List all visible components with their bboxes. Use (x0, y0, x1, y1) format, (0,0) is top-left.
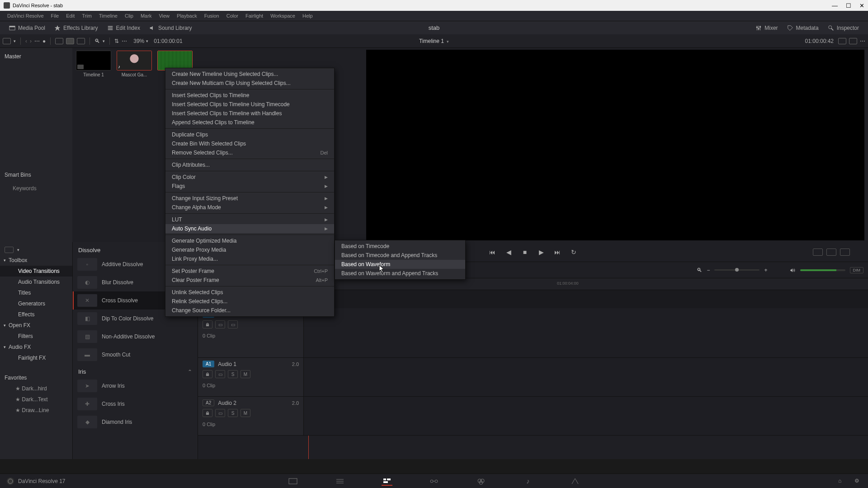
menu-item[interactable]: Clip Color▶ (165, 173, 334, 182)
menu-trim[interactable]: Trim (78, 13, 95, 19)
dim-toggle[interactable]: DIM (850, 267, 864, 273)
edit-index-toggle[interactable]: Edit Index (103, 25, 145, 31)
bin-view-icon[interactable] (3, 38, 11, 44)
menu-item[interactable]: Duplicate Clips (165, 130, 334, 139)
menu-item[interactable]: Set Poster FrameCtrl+P (165, 267, 334, 276)
auto-select-icon[interactable]: ▭ (215, 409, 225, 417)
maximize-button[interactable]: ☐ (846, 2, 851, 9)
audio-track-1-header[interactable]: A1 Audio 1 2.0 🔒︎ ▭ S M 0 Clip (198, 358, 303, 397)
menu-item[interactable]: Generate Proxy Media (165, 245, 334, 254)
menu-item[interactable]: Insert Selected Clips to Timeline (165, 91, 334, 100)
menu-davinci[interactable]: DaVinci Resolve (4, 13, 47, 19)
favorite-3[interactable]: ★ Draw...Line (0, 405, 72, 416)
viewer-options-icon[interactable]: ⋯ (860, 38, 865, 44)
zoom-in-button[interactable]: + (764, 267, 767, 273)
timeline-name-dropdown[interactable]: Timeline 1 (419, 38, 449, 44)
stop-button[interactable]: ■ (521, 248, 529, 256)
search-dropdown[interactable]: ▾ (103, 39, 105, 43)
fairlight-page-button[interactable]: ♪ (523, 477, 533, 486)
submenu-item[interactable]: Based on Timecode and Append Tracks (335, 251, 465, 260)
menu-item[interactable]: Auto Sync Audio▶ (165, 224, 334, 233)
media-pool-toggle[interactable]: Media Pool (5, 25, 50, 31)
sort-icon[interactable]: ⇅ (114, 38, 119, 44)
fx-dropdown-icon[interactable] (5, 247, 14, 253)
bypass-icon[interactable] (838, 38, 846, 44)
match-frame-icon[interactable] (813, 249, 823, 256)
menu-item[interactable]: Create New Multicam Clip Using Selected … (165, 79, 334, 88)
menu-view[interactable]: View (155, 13, 173, 19)
menu-item[interactable]: Insert Selected Clips to Timeline Using … (165, 100, 334, 109)
nav-fwd-icon[interactable]: › (30, 38, 32, 44)
collapse-icon[interactable]: ⌃ (188, 369, 192, 375)
titles-item[interactable]: Titles (0, 287, 72, 298)
solo-button[interactable]: S (228, 409, 238, 417)
settings-icon[interactable]: ⚙ (854, 478, 862, 485)
generators-item[interactable]: Generators (0, 298, 72, 309)
lock-icon[interactable]: 🔒︎ (203, 320, 212, 328)
fx-dropdown-caret[interactable]: ▾ (17, 248, 19, 252)
loop-button[interactable]: ↻ (570, 248, 578, 256)
menu-item[interactable]: Create Bin With Selected Clips (165, 139, 334, 148)
menu-item[interactable]: Clear Poster FrameAlt+P (165, 276, 334, 285)
minimize-button[interactable]: — (832, 2, 838, 9)
video-lane[interactable] (304, 308, 868, 358)
menu-item[interactable]: Clip Attributes... (165, 160, 334, 169)
audio-transitions-item[interactable]: Audio Transitions (0, 277, 72, 287)
visible-icon[interactable]: ▭ (228, 320, 238, 328)
menu-item[interactable]: Create New Timeline Using Selected Clips… (165, 70, 334, 79)
menu-edit[interactable]: Edit (62, 13, 78, 19)
menu-item[interactable]: Change Alpha Mode▶ (165, 203, 334, 212)
metadata-toggle[interactable]: Metadata (783, 25, 823, 31)
menu-item[interactable]: Flags▶ (165, 182, 334, 191)
transition-item[interactable]: ▧Non-Additive Dissolve (73, 328, 198, 346)
lock-icon[interactable]: 🔒︎ (203, 370, 212, 378)
auto-select-icon[interactable]: ▭ (215, 320, 225, 328)
single-viewer-icon[interactable] (849, 38, 857, 44)
play-button[interactable]: ▶ (537, 248, 545, 256)
menu-item[interactable]: Unlink Selected Clips (165, 288, 334, 297)
volume-icon[interactable]: 🔊︎ (790, 267, 796, 273)
timeline-ruler[interactable]: 01:00:04:00 (304, 278, 868, 290)
first-frame-button[interactable]: ⏮ (488, 248, 496, 256)
cut-page-button[interactable] (335, 477, 345, 486)
toolbox-section[interactable]: ▾Toolbox (0, 255, 72, 266)
video-transitions-item[interactable]: Video Transitions (0, 266, 72, 277)
favorite-1[interactable]: ★ Dark...hird (0, 383, 72, 394)
effects-library-toggle[interactable]: Effects Library (50, 25, 102, 31)
zoom-search-icon[interactable]: 🔍︎ (697, 267, 702, 273)
menu-clip[interactable]: Clip (121, 13, 137, 19)
audio-lane-1[interactable] (304, 358, 868, 397)
edit-page-button[interactable] (382, 477, 392, 486)
submenu-item[interactable]: Based on Waveform (335, 260, 465, 269)
home-icon[interactable]: ⌂ (838, 478, 845, 485)
master-bin[interactable]: Master (5, 53, 68, 60)
in-out-icon-2[interactable] (840, 249, 850, 256)
next-frame-button[interactable]: ⏭ (553, 248, 561, 256)
search-icon[interactable]: 🔍︎ (94, 38, 100, 44)
timeline-viewer[interactable] (366, 50, 864, 240)
audio-track-2-header[interactable]: A2 Audio 2 2.0 🔒︎ ▭ S M 0 Clip (198, 397, 303, 436)
menu-fusion[interactable]: Fusion (201, 13, 223, 19)
menu-item[interactable]: Change Input Sizing Preset▶ (165, 194, 334, 203)
deliver-page-button[interactable] (570, 477, 580, 486)
clip-thumb-video[interactable]: ♪ Mascot Ga... (117, 51, 152, 77)
menu-mark[interactable]: Mark (137, 13, 155, 19)
fairlightfx-item[interactable]: Fairlight FX (0, 352, 72, 363)
a2-badge[interactable]: A2 (203, 399, 214, 406)
transition-item[interactable]: ◆Diamond Iris (73, 413, 198, 431)
menu-item[interactable]: Relink Selected Clips... (165, 297, 334, 306)
zoom-dropdown[interactable]: ▾ (146, 39, 148, 43)
filters-item[interactable]: Filters (0, 331, 72, 342)
transition-item[interactable]: ✚Cross Iris (73, 395, 198, 413)
media-page-button[interactable] (288, 477, 298, 486)
lock-icon[interactable]: 🔒︎ (203, 409, 212, 417)
options-icon[interactable]: ⋯ (122, 38, 127, 44)
audiofx-section[interactable]: ▾Audio FX (0, 342, 72, 352)
view-mode-1-icon[interactable] (55, 38, 63, 44)
inspector-toggle[interactable]: Inspector (823, 25, 863, 31)
openfx-section[interactable]: ▾Open FX (0, 320, 72, 331)
mixer-toggle[interactable]: Mixer (751, 25, 782, 31)
submenu-item[interactable]: Based on Timecode (335, 242, 465, 251)
view-mode-2-icon[interactable] (66, 38, 74, 44)
view-mode-3-icon[interactable] (77, 38, 85, 44)
